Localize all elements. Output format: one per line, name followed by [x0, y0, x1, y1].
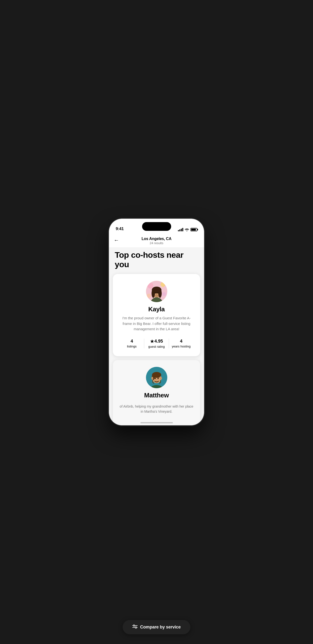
svg-point-14: [157, 292, 158, 294]
hosts-list: Kayla I'm the proud owner of a Guest Fav…: [109, 274, 204, 425]
stat-listings-value: 4: [121, 339, 143, 344]
host-bio-kayla: I'm the proud owner of a Guest Favorite …: [118, 316, 195, 332]
status-icons: [178, 228, 197, 231]
nav-title: Los Angeles, CA 24 results: [142, 237, 172, 245]
phone-frame: 9:41 ← Los Angeles,: [109, 219, 204, 425]
nav-location: Los Angeles, CA: [142, 237, 172, 241]
host-stats-kayla: 4 listings ★4.95 guest rating 4: [118, 337, 195, 350]
svg-point-3: [162, 292, 166, 296]
svg-point-4: [147, 294, 151, 298]
avatar-matthew: [146, 367, 167, 388]
svg-point-15: [156, 294, 157, 295]
host-bio-matthew: of Airbnb, helping my grandmother with h…: [118, 404, 195, 414]
nav-bar: ← Los Angeles, CA 24 results: [109, 233, 204, 247]
dynamic-island: [142, 222, 171, 231]
svg-point-22: [151, 377, 153, 380]
stat-listings: 4 listings: [120, 337, 144, 350]
wifi-icon: [185, 228, 189, 231]
stat-rating-label: guest rating: [145, 345, 168, 348]
svg-point-13: [155, 292, 156, 294]
battery-icon: [190, 228, 197, 231]
stat-rating: ★4.95 guest rating: [144, 337, 169, 350]
back-button[interactable]: ←: [114, 237, 119, 244]
matthew-avatar-image: [146, 367, 167, 388]
stat-years: 4 years hosting: [169, 337, 193, 350]
svg-point-25: [157, 378, 158, 379]
page-heading: Top co-hosts near you: [109, 247, 204, 274]
stat-listings-label: listings: [121, 344, 143, 348]
signal-bars-icon: [178, 228, 183, 231]
screen-content[interactable]: ← Los Angeles, CA 24 results Top co-host…: [109, 233, 204, 425]
home-indicator: [141, 422, 173, 423]
svg-point-12: [158, 289, 162, 298]
stat-years-value: 4: [170, 339, 192, 344]
stat-years-label: years hosting: [170, 344, 192, 348]
avatar-kayla: [146, 281, 167, 302]
status-time: 9:41: [116, 226, 124, 231]
host-card-kayla[interactable]: Kayla I'm the proud owner of a Guest Fav…: [113, 274, 200, 356]
host-card-matthew[interactable]: Matthew of Airbnb, helping my grandmothe…: [113, 360, 200, 425]
phone-screen: 9:41 ← Los Angeles,: [109, 219, 204, 425]
host-name-matthew: Matthew: [144, 392, 169, 399]
host-name-kayla: Kayla: [149, 306, 165, 313]
stat-rating-value: ★4.95: [145, 339, 168, 344]
star-icon: ★: [150, 339, 154, 344]
svg-point-11: [152, 289, 155, 298]
kayla-avatar-image: [146, 281, 167, 302]
svg-point-23: [160, 377, 162, 380]
svg-point-24: [155, 378, 156, 379]
nav-results: 24 results: [142, 241, 172, 245]
